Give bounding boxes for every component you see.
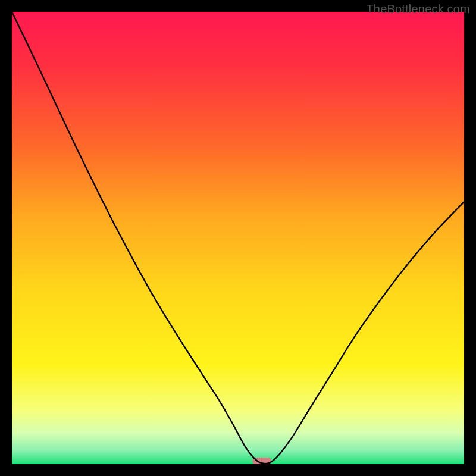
- chart-background: [12, 12, 464, 464]
- plot-area: [12, 12, 464, 464]
- chart-svg: [12, 12, 464, 464]
- watermark-text: TheBottleneck.com: [366, 2, 470, 16]
- chart-frame: TheBottleneck.com: [0, 0, 476, 476]
